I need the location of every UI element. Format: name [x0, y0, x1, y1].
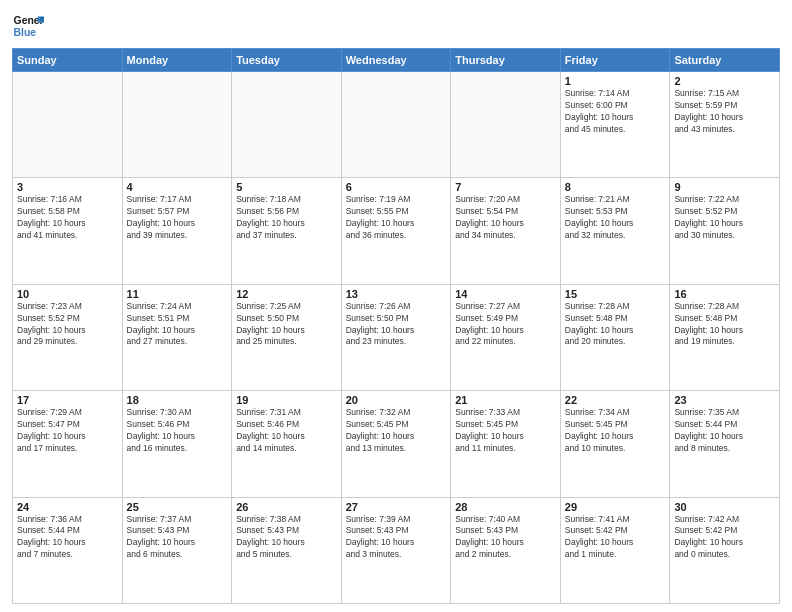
day-info: Sunrise: 7:27 AM Sunset: 5:49 PM Dayligh…	[455, 301, 556, 349]
calendar-table: SundayMondayTuesdayWednesdayThursdayFrid…	[12, 48, 780, 604]
svg-text:Blue: Blue	[14, 27, 37, 38]
day-number: 15	[565, 288, 666, 300]
day-number: 17	[17, 394, 118, 406]
day-info: Sunrise: 7:28 AM Sunset: 5:48 PM Dayligh…	[565, 301, 666, 349]
day-number: 19	[236, 394, 337, 406]
calendar-cell	[122, 72, 232, 178]
day-number: 21	[455, 394, 556, 406]
day-number: 14	[455, 288, 556, 300]
calendar-cell: 9Sunrise: 7:22 AM Sunset: 5:52 PM Daylig…	[670, 178, 780, 284]
calendar-cell: 13Sunrise: 7:26 AM Sunset: 5:50 PM Dayli…	[341, 284, 451, 390]
day-number: 28	[455, 501, 556, 513]
day-info: Sunrise: 7:42 AM Sunset: 5:42 PM Dayligh…	[674, 514, 775, 562]
calendar-cell: 16Sunrise: 7:28 AM Sunset: 5:48 PM Dayli…	[670, 284, 780, 390]
day-info: Sunrise: 7:39 AM Sunset: 5:43 PM Dayligh…	[346, 514, 447, 562]
day-info: Sunrise: 7:40 AM Sunset: 5:43 PM Dayligh…	[455, 514, 556, 562]
day-number: 5	[236, 181, 337, 193]
week-row-2: 3Sunrise: 7:16 AM Sunset: 5:58 PM Daylig…	[13, 178, 780, 284]
calendar-cell: 25Sunrise: 7:37 AM Sunset: 5:43 PM Dayli…	[122, 497, 232, 603]
day-number: 4	[127, 181, 228, 193]
week-row-5: 24Sunrise: 7:36 AM Sunset: 5:44 PM Dayli…	[13, 497, 780, 603]
day-info: Sunrise: 7:29 AM Sunset: 5:47 PM Dayligh…	[17, 407, 118, 455]
day-info: Sunrise: 7:35 AM Sunset: 5:44 PM Dayligh…	[674, 407, 775, 455]
day-number: 23	[674, 394, 775, 406]
day-info: Sunrise: 7:18 AM Sunset: 5:56 PM Dayligh…	[236, 194, 337, 242]
day-number: 27	[346, 501, 447, 513]
week-row-3: 10Sunrise: 7:23 AM Sunset: 5:52 PM Dayli…	[13, 284, 780, 390]
day-info: Sunrise: 7:41 AM Sunset: 5:42 PM Dayligh…	[565, 514, 666, 562]
calendar-cell: 12Sunrise: 7:25 AM Sunset: 5:50 PM Dayli…	[232, 284, 342, 390]
calendar-cell: 28Sunrise: 7:40 AM Sunset: 5:43 PM Dayli…	[451, 497, 561, 603]
calendar-cell: 17Sunrise: 7:29 AM Sunset: 5:47 PM Dayli…	[13, 391, 123, 497]
calendar-cell	[341, 72, 451, 178]
day-info: Sunrise: 7:30 AM Sunset: 5:46 PM Dayligh…	[127, 407, 228, 455]
day-number: 25	[127, 501, 228, 513]
calendar-cell: 24Sunrise: 7:36 AM Sunset: 5:44 PM Dayli…	[13, 497, 123, 603]
day-number: 29	[565, 501, 666, 513]
calendar-cell: 15Sunrise: 7:28 AM Sunset: 5:48 PM Dayli…	[560, 284, 670, 390]
calendar-cell: 14Sunrise: 7:27 AM Sunset: 5:49 PM Dayli…	[451, 284, 561, 390]
calendar-cell	[13, 72, 123, 178]
day-number: 24	[17, 501, 118, 513]
day-number: 6	[346, 181, 447, 193]
calendar-cell: 3Sunrise: 7:16 AM Sunset: 5:58 PM Daylig…	[13, 178, 123, 284]
week-row-4: 17Sunrise: 7:29 AM Sunset: 5:47 PM Dayli…	[13, 391, 780, 497]
day-info: Sunrise: 7:20 AM Sunset: 5:54 PM Dayligh…	[455, 194, 556, 242]
day-info: Sunrise: 7:33 AM Sunset: 5:45 PM Dayligh…	[455, 407, 556, 455]
calendar-cell: 6Sunrise: 7:19 AM Sunset: 5:55 PM Daylig…	[341, 178, 451, 284]
day-info: Sunrise: 7:38 AM Sunset: 5:43 PM Dayligh…	[236, 514, 337, 562]
weekday-wednesday: Wednesday	[341, 49, 451, 72]
calendar-cell: 30Sunrise: 7:42 AM Sunset: 5:42 PM Dayli…	[670, 497, 780, 603]
day-number: 18	[127, 394, 228, 406]
week-row-1: 1Sunrise: 7:14 AM Sunset: 6:00 PM Daylig…	[13, 72, 780, 178]
weekday-tuesday: Tuesday	[232, 49, 342, 72]
day-info: Sunrise: 7:14 AM Sunset: 6:00 PM Dayligh…	[565, 88, 666, 136]
weekday-thursday: Thursday	[451, 49, 561, 72]
day-number: 16	[674, 288, 775, 300]
day-info: Sunrise: 7:17 AM Sunset: 5:57 PM Dayligh…	[127, 194, 228, 242]
day-number: 26	[236, 501, 337, 513]
logo: General Blue	[12, 10, 44, 42]
day-number: 12	[236, 288, 337, 300]
day-number: 10	[17, 288, 118, 300]
weekday-saturday: Saturday	[670, 49, 780, 72]
weekday-monday: Monday	[122, 49, 232, 72]
day-number: 1	[565, 75, 666, 87]
day-info: Sunrise: 7:24 AM Sunset: 5:51 PM Dayligh…	[127, 301, 228, 349]
day-number: 22	[565, 394, 666, 406]
header: General Blue	[12, 10, 780, 42]
calendar-cell: 29Sunrise: 7:41 AM Sunset: 5:42 PM Dayli…	[560, 497, 670, 603]
day-info: Sunrise: 7:36 AM Sunset: 5:44 PM Dayligh…	[17, 514, 118, 562]
day-number: 8	[565, 181, 666, 193]
day-info: Sunrise: 7:28 AM Sunset: 5:48 PM Dayligh…	[674, 301, 775, 349]
day-number: 2	[674, 75, 775, 87]
calendar-cell: 7Sunrise: 7:20 AM Sunset: 5:54 PM Daylig…	[451, 178, 561, 284]
calendar-cell: 18Sunrise: 7:30 AM Sunset: 5:46 PM Dayli…	[122, 391, 232, 497]
day-number: 9	[674, 181, 775, 193]
logo-icon: General Blue	[12, 10, 44, 42]
day-info: Sunrise: 7:31 AM Sunset: 5:46 PM Dayligh…	[236, 407, 337, 455]
day-number: 11	[127, 288, 228, 300]
calendar-cell: 1Sunrise: 7:14 AM Sunset: 6:00 PM Daylig…	[560, 72, 670, 178]
day-info: Sunrise: 7:15 AM Sunset: 5:59 PM Dayligh…	[674, 88, 775, 136]
day-info: Sunrise: 7:26 AM Sunset: 5:50 PM Dayligh…	[346, 301, 447, 349]
calendar-cell: 2Sunrise: 7:15 AM Sunset: 5:59 PM Daylig…	[670, 72, 780, 178]
day-number: 30	[674, 501, 775, 513]
day-number: 7	[455, 181, 556, 193]
weekday-header-row: SundayMondayTuesdayWednesdayThursdayFrid…	[13, 49, 780, 72]
calendar-cell: 5Sunrise: 7:18 AM Sunset: 5:56 PM Daylig…	[232, 178, 342, 284]
calendar-cell: 11Sunrise: 7:24 AM Sunset: 5:51 PM Dayli…	[122, 284, 232, 390]
calendar-cell: 20Sunrise: 7:32 AM Sunset: 5:45 PM Dayli…	[341, 391, 451, 497]
day-info: Sunrise: 7:25 AM Sunset: 5:50 PM Dayligh…	[236, 301, 337, 349]
day-info: Sunrise: 7:21 AM Sunset: 5:53 PM Dayligh…	[565, 194, 666, 242]
day-number: 3	[17, 181, 118, 193]
day-info: Sunrise: 7:22 AM Sunset: 5:52 PM Dayligh…	[674, 194, 775, 242]
day-info: Sunrise: 7:37 AM Sunset: 5:43 PM Dayligh…	[127, 514, 228, 562]
day-info: Sunrise: 7:19 AM Sunset: 5:55 PM Dayligh…	[346, 194, 447, 242]
calendar-cell: 10Sunrise: 7:23 AM Sunset: 5:52 PM Dayli…	[13, 284, 123, 390]
day-number: 13	[346, 288, 447, 300]
day-info: Sunrise: 7:34 AM Sunset: 5:45 PM Dayligh…	[565, 407, 666, 455]
day-info: Sunrise: 7:23 AM Sunset: 5:52 PM Dayligh…	[17, 301, 118, 349]
calendar-cell: 26Sunrise: 7:38 AM Sunset: 5:43 PM Dayli…	[232, 497, 342, 603]
day-info: Sunrise: 7:16 AM Sunset: 5:58 PM Dayligh…	[17, 194, 118, 242]
